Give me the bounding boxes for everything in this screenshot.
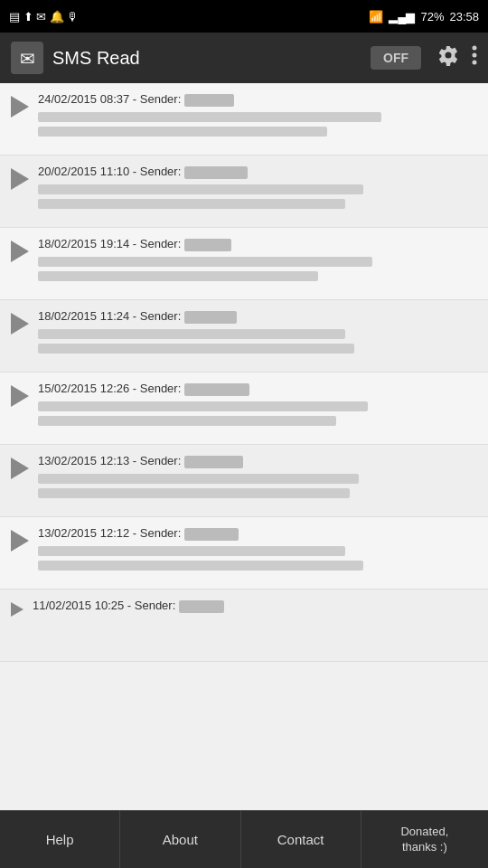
message-header: 20/02/2015 11:10 - Sender: bbox=[38, 165, 477, 179]
nav-donated[interactable]: Donated,thanks :) bbox=[361, 811, 488, 868]
top-bar-actions bbox=[437, 44, 477, 71]
message-body bbox=[38, 474, 477, 498]
message-line-1 bbox=[38, 401, 368, 411]
sender-redacted bbox=[184, 94, 234, 107]
donated-label: Donated,thanks :) bbox=[400, 825, 448, 855]
svg-point-4 bbox=[473, 61, 477, 65]
message-item: 13/02/2015 12:13 - Sender: bbox=[0, 445, 488, 517]
play-triangle-icon bbox=[11, 313, 29, 335]
message-line-1 bbox=[38, 546, 345, 556]
play-button[interactable] bbox=[11, 602, 23, 617]
message-content: 11/02/2015 10:25 - Sender: bbox=[33, 599, 477, 618]
play-triangle-icon bbox=[11, 458, 29, 479]
play-triangle-icon bbox=[11, 168, 29, 190]
message-line-2 bbox=[38, 561, 363, 571]
nav-contact[interactable]: Contact bbox=[241, 811, 361, 868]
bottom-nav: Help About Contact Donated,thanks :) bbox=[0, 810, 488, 868]
message-line-1 bbox=[38, 184, 363, 194]
message-item: 20/02/2015 11:10 - Sender: bbox=[0, 156, 488, 228]
play-button[interactable] bbox=[11, 385, 29, 407]
play-button[interactable] bbox=[11, 458, 29, 479]
message-item: 15/02/2015 12:26 - Sender: bbox=[0, 373, 488, 445]
sender-redacted bbox=[184, 311, 237, 324]
message-header: 13/02/2015 12:12 - Sender: bbox=[38, 526, 477, 541]
nav-help[interactable]: Help bbox=[0, 811, 120, 868]
play-button[interactable] bbox=[11, 313, 29, 335]
battery-text: 72% bbox=[420, 10, 444, 24]
nav-about[interactable]: About bbox=[120, 811, 240, 868]
message-list: 24/02/2015 08:37 - Sender: 20/02/2015 11… bbox=[0, 83, 488, 810]
message-header: 11/02/2015 10:25 - Sender: bbox=[33, 599, 477, 613]
message-line-2 bbox=[38, 488, 350, 498]
message-content: 24/02/2015 08:37 - Sender: bbox=[38, 92, 477, 137]
play-button[interactable] bbox=[11, 96, 29, 118]
app-title: SMS Read bbox=[52, 48, 361, 69]
message-body bbox=[38, 401, 477, 426]
more-vert-icon bbox=[472, 44, 477, 66]
message-header: 18/02/2015 19:14 - Sender: bbox=[38, 237, 477, 251]
message-line-1 bbox=[38, 112, 381, 122]
message-content: 13/02/2015 12:12 - Sender: bbox=[38, 526, 477, 571]
message-item: 18/02/2015 19:14 - Sender: bbox=[0, 228, 488, 300]
message-line-1 bbox=[38, 474, 359, 484]
message-content: 18/02/2015 19:14 - Sender: bbox=[38, 237, 477, 281]
message-item: 13/02/2015 12:12 - Sender: bbox=[0, 517, 488, 590]
app-icon: ✉ bbox=[11, 42, 43, 74]
play-triangle-icon bbox=[11, 602, 23, 617]
play-button[interactable] bbox=[11, 530, 29, 552]
sender-redacted bbox=[184, 456, 243, 468]
message-content: 20/02/2015 11:10 - Sender: bbox=[38, 165, 477, 209]
message-body bbox=[38, 329, 477, 354]
gear-icon bbox=[437, 44, 459, 66]
message-header: 24/02/2015 08:37 - Sender: bbox=[38, 92, 477, 107]
message-item: 11/02/2015 10:25 - Sender: bbox=[0, 590, 488, 662]
sender-redacted bbox=[184, 383, 249, 396]
status-bar: ▤ ⬆ ✉ 🔔 🎙 📶 ▂▄▆ 72% 23:58 bbox=[0, 0, 488, 33]
svg-point-2 bbox=[473, 46, 477, 51]
wifi-icon: 📶 bbox=[369, 10, 383, 24]
message-body bbox=[38, 546, 477, 571]
message-body bbox=[38, 257, 477, 281]
time-display: 23:58 bbox=[449, 10, 479, 24]
message-content: 13/02/2015 12:13 - Sender: bbox=[38, 454, 477, 498]
svg-point-3 bbox=[473, 53, 477, 58]
toggle-button[interactable]: OFF bbox=[371, 46, 421, 70]
message-header: 13/02/2015 12:13 - Sender: bbox=[38, 454, 477, 468]
message-line-2 bbox=[38, 271, 318, 281]
message-item: 24/02/2015 08:37 - Sender: bbox=[0, 83, 488, 156]
play-button[interactable] bbox=[11, 168, 29, 190]
message-line-2 bbox=[38, 416, 336, 426]
message-line-2 bbox=[38, 127, 327, 137]
message-line-2 bbox=[38, 344, 354, 354]
play-triangle-icon bbox=[11, 530, 29, 552]
message-header: 18/02/2015 11:24 - Sender: bbox=[38, 309, 477, 324]
message-line-1 bbox=[38, 257, 372, 267]
signal-icon: ▂▄▆ bbox=[389, 10, 415, 24]
message-content: 15/02/2015 12:26 - Sender: bbox=[38, 382, 477, 426]
message-content: 18/02/2015 11:24 - Sender: bbox=[38, 309, 477, 354]
message-line-1 bbox=[38, 329, 345, 339]
message-body bbox=[38, 184, 477, 209]
message-body bbox=[38, 112, 477, 137]
status-right-info: 📶 ▂▄▆ 72% 23:58 bbox=[369, 10, 479, 24]
message-item: 18/02/2015 11:24 - Sender: bbox=[0, 300, 488, 373]
sender-redacted bbox=[184, 166, 248, 179]
top-bar: ✉ SMS Read OFF bbox=[0, 33, 488, 83]
play-triangle-icon bbox=[11, 96, 29, 118]
sender-redacted bbox=[184, 239, 231, 251]
notification-icons: ▤ ⬆ ✉ 🔔 🎙 bbox=[9, 10, 79, 24]
svg-text:✉: ✉ bbox=[20, 49, 35, 69]
play-button[interactable] bbox=[11, 241, 29, 262]
more-options-button[interactable] bbox=[472, 44, 477, 71]
play-triangle-icon bbox=[11, 385, 29, 407]
settings-button[interactable] bbox=[437, 44, 459, 71]
sender-redacted bbox=[184, 528, 239, 541]
message-header: 15/02/2015 12:26 - Sender: bbox=[38, 382, 477, 396]
sender-redacted bbox=[179, 600, 224, 613]
status-left-icons: ▤ ⬆ ✉ 🔔 🎙 bbox=[9, 10, 79, 24]
message-line-2 bbox=[38, 199, 345, 209]
play-triangle-icon bbox=[11, 241, 29, 262]
